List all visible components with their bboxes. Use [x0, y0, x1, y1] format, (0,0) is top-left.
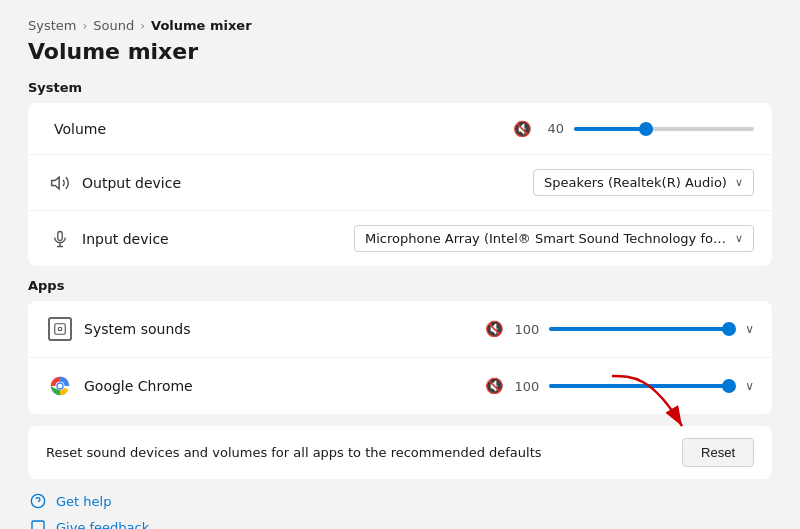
chrome-row: Google Chrome 🔇 100 ∨	[28, 358, 772, 414]
system-sounds-mute-icon[interactable]: 🔇	[485, 320, 504, 338]
chrome-slider-fill	[549, 384, 729, 388]
input-device-dropdown[interactable]: Microphone Array (Intel® Smart Sound Tec…	[354, 225, 754, 252]
input-device-value: Microphone Array (Intel® Smart Sound Tec…	[365, 231, 727, 246]
volume-label: Volume	[54, 121, 513, 137]
breadcrumb-sound[interactable]: Sound	[93, 18, 134, 33]
system-sounds-slider-thumb[interactable]	[722, 322, 736, 336]
svg-point-9	[58, 384, 63, 389]
input-device-label: Input device	[82, 231, 354, 247]
input-device-row: Input device Microphone Array (Intel® Sm…	[28, 211, 772, 266]
volume-controls: 🔇 40	[513, 120, 754, 138]
reset-button[interactable]: Reset	[682, 438, 754, 467]
chrome-slider-thumb[interactable]	[722, 379, 736, 393]
output-device-chevron: ∨	[735, 176, 743, 189]
volume-slider-thumb[interactable]	[639, 122, 653, 136]
breadcrumb: System › Sound › Volume mixer	[28, 18, 772, 33]
breadcrumb-system[interactable]: System	[28, 18, 76, 33]
output-device-dropdown[interactable]: Speakers (Realtek(R) Audio) ∨	[533, 169, 754, 196]
breadcrumb-current: Volume mixer	[151, 18, 252, 33]
apps-card: System sounds 🔇 100 ∨	[28, 301, 772, 414]
footer-links: Get help Give feedback	[28, 491, 772, 529]
system-section-label: System	[28, 80, 772, 95]
svg-rect-1	[58, 231, 63, 240]
svg-rect-4	[55, 324, 66, 335]
reset-row: Reset sound devices and volumes for all …	[28, 426, 772, 479]
give-feedback-link[interactable]: Give feedback	[28, 517, 772, 529]
apps-section-label: Apps	[28, 278, 772, 293]
system-sounds-slider-fill	[549, 327, 729, 331]
system-card: Volume 🔇 40 Output device	[28, 103, 772, 266]
input-device-icon	[46, 229, 74, 249]
output-device-row: Output device Speakers (Realtek(R) Audio…	[28, 155, 772, 211]
system-sounds-controls: 🔇 100 ∨	[485, 320, 754, 338]
system-sounds-value: 100	[514, 322, 539, 337]
svg-marker-0	[52, 177, 60, 189]
svg-point-5	[58, 327, 62, 331]
output-device-value: Speakers (Realtek(R) Audio)	[544, 175, 727, 190]
system-sounds-label: System sounds	[84, 321, 485, 337]
volume-slider[interactable]	[574, 127, 754, 131]
breadcrumb-sep-1: ›	[82, 19, 87, 33]
volume-mute-icon[interactable]: 🔇	[513, 120, 532, 138]
reset-description: Reset sound devices and volumes for all …	[46, 445, 682, 460]
output-device-label: Output device	[82, 175, 533, 191]
give-feedback-label: Give feedback	[56, 520, 149, 530]
chrome-controls: 🔇 100 ∨	[485, 377, 754, 395]
breadcrumb-sep-2: ›	[140, 19, 145, 33]
chrome-slider[interactable]	[549, 384, 729, 388]
system-sounds-row: System sounds 🔇 100 ∨	[28, 301, 772, 358]
output-device-icon	[46, 173, 74, 193]
get-help-label: Get help	[56, 494, 111, 509]
chrome-label: Google Chrome	[84, 378, 485, 394]
volume-row: Volume 🔇 40	[28, 103, 772, 155]
get-help-link[interactable]: Get help	[28, 491, 772, 511]
chrome-icon	[46, 372, 74, 400]
chrome-value: 100	[514, 379, 539, 394]
give-feedback-icon	[28, 517, 48, 529]
chrome-expand-icon[interactable]: ∨	[745, 379, 754, 393]
system-sounds-slider[interactable]	[549, 327, 729, 331]
page-title: Volume mixer	[28, 39, 772, 64]
volume-slider-fill	[574, 127, 646, 131]
system-sounds-expand-icon[interactable]: ∨	[745, 322, 754, 336]
chrome-mute-icon[interactable]: 🔇	[485, 377, 504, 395]
input-device-chevron: ∨	[735, 232, 743, 245]
get-help-icon	[28, 491, 48, 511]
volume-value: 40	[542, 121, 564, 136]
system-sounds-icon	[46, 315, 74, 343]
